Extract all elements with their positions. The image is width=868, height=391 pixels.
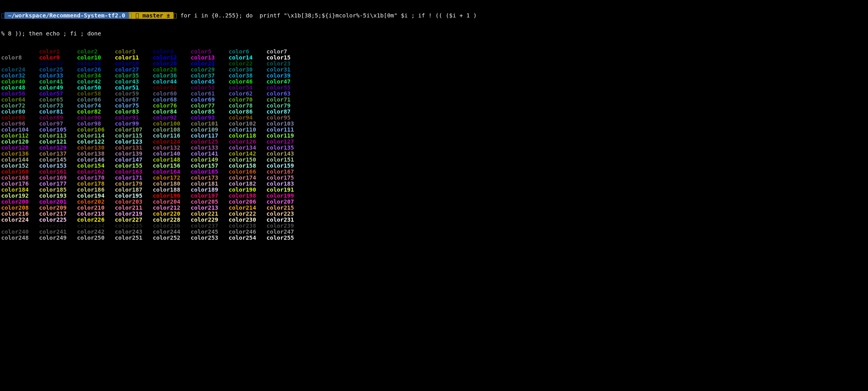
color-cell-143: color143 — [267, 151, 304, 157]
color-cell-52: color52 — [153, 85, 191, 91]
color-cell-22: color22 — [229, 61, 267, 67]
color-cell-186: color186 — [77, 187, 115, 193]
color-cell-80: color80 — [1, 109, 39, 115]
color-row: color184color185color186color187color188… — [1, 187, 867, 193]
color-cell-24: color24 — [1, 67, 39, 73]
color-cell-222: color222 — [229, 211, 267, 217]
color-row: color8color9color10color11color12color13… — [1, 55, 867, 61]
color-cell-23: color23 — [267, 61, 304, 67]
color-cell-159: color159 — [267, 163, 304, 169]
color-cell-118: color118 — [229, 133, 267, 139]
color-cell-137: color137 — [39, 151, 77, 157]
color-cell-77: color77 — [191, 103, 228, 109]
color-cell-16: color16 — [1, 61, 39, 67]
color-cell-32: color32 — [1, 73, 39, 79]
color-cell-215: color215 — [267, 205, 304, 211]
color-cell-160: color160 — [1, 169, 39, 175]
color-cell-140: color140 — [153, 151, 191, 157]
color-cell-243: color243 — [115, 229, 153, 235]
color-row: color208color209color210color211color212… — [1, 205, 867, 211]
color-cell-42: color42 — [77, 79, 115, 85]
color-cell-184: color184 — [1, 187, 39, 193]
color-cell-101: color101 — [191, 121, 228, 127]
color-cell-237: color237 — [191, 223, 228, 229]
color-cell-123: color123 — [115, 139, 153, 145]
color-cell-37: color37 — [191, 73, 228, 79]
color-cell-204: color204 — [153, 199, 191, 205]
color-cell-72: color72 — [1, 103, 39, 109]
color-cell-250: color250 — [77, 235, 115, 241]
color-cell-109: color109 — [191, 127, 228, 133]
color-row: color120color121color122color123color124… — [1, 139, 867, 145]
color-cell-174: color174 — [229, 175, 267, 181]
color-cell-225: color225 — [39, 217, 77, 223]
color-cell-169: color169 — [39, 175, 77, 181]
color-cell-57: color57 — [39, 91, 77, 97]
color-cell-39: color39 — [267, 73, 304, 79]
color-cell-99: color99 — [115, 121, 153, 127]
color-cell-104: color104 — [1, 127, 39, 133]
color-cell-8: color8 — [1, 55, 39, 61]
color-cell-176: color176 — [1, 181, 39, 187]
color-cell-245: color245 — [191, 229, 228, 235]
color-cell-218: color218 — [77, 211, 115, 217]
color-cell-132: color132 — [153, 145, 191, 151]
color-cell-155: color155 — [115, 163, 153, 169]
color-cell-95: color95 — [267, 115, 304, 121]
color-cell-194: color194 — [77, 193, 115, 199]
powerline-arrow-icon:  — [129, 12, 132, 19]
color-cell-195: color195 — [115, 193, 153, 199]
color-cell-187: color187 — [115, 187, 153, 193]
color-cell-156: color156 — [153, 163, 191, 169]
color-cell-202: color202 — [77, 199, 115, 205]
prompt-path: ~/workspace/Recommend-System-tf2.0 — [5, 12, 128, 19]
color-cell-180: color180 — [153, 181, 191, 187]
color-cell-51: color51 — [115, 85, 153, 91]
color-cell-136: color136 — [1, 151, 39, 157]
color-cell-47: color47 — [267, 79, 304, 85]
color-cell-76: color76 — [153, 103, 191, 109]
color-cell-201: color201 — [39, 199, 77, 205]
color-cell-173: color173 — [191, 175, 228, 181]
color-cell-153: color153 — [39, 163, 77, 169]
color-cell-83: color83 — [115, 109, 153, 115]
terminal-output[interactable]:  ~/workspace/Recommend-System-tf2.0  ⎇… — [0, 0, 868, 248]
color-cell-126: color126 — [229, 139, 267, 145]
color-row: color224color225color226color227color228… — [1, 217, 867, 223]
color-row: color232color233color234color235color236… — [1, 223, 867, 229]
color-cell-53: color53 — [191, 85, 228, 91]
color-cell-135: color135 — [267, 145, 304, 151]
color-cell-145: color145 — [39, 157, 77, 163]
color-cell-43: color43 — [115, 79, 153, 85]
color-cell-60: color60 — [153, 91, 191, 97]
color-cell-224: color224 — [1, 217, 39, 223]
color-cell-249: color249 — [39, 235, 77, 241]
color-cell-166: color166 — [229, 169, 267, 175]
color-cell-220: color220 — [153, 211, 191, 217]
color-cell-238: color238 — [229, 223, 267, 229]
color-cell-255: color255 — [267, 235, 304, 241]
color-row: color168color169color170color171color172… — [1, 175, 867, 181]
color-cell-64: color64 — [1, 97, 39, 103]
color-cell-90: color90 — [77, 115, 115, 121]
color-cell-209: color209 — [39, 205, 77, 211]
color-cell-146: color146 — [77, 157, 115, 163]
color-cell-26: color26 — [77, 67, 115, 73]
color-cell-59: color59 — [115, 91, 153, 97]
color-cell-165: color165 — [191, 169, 228, 175]
color-cell-67: color67 — [115, 97, 153, 103]
color-row: color16color17color18color19color20color… — [1, 61, 867, 67]
color-cell-183: color183 — [267, 181, 304, 187]
color-cell-44: color44 — [153, 79, 191, 85]
color-cell-110: color110 — [229, 127, 267, 133]
color-cell-254: color254 — [229, 235, 267, 241]
color-cell-242: color242 — [77, 229, 115, 235]
color-cell-13: color13 — [191, 55, 228, 61]
color-cell-106: color106 — [77, 127, 115, 133]
color-cell-192: color192 — [1, 193, 39, 199]
color-cell-223: color223 — [267, 211, 304, 217]
color-cell-19: color19 — [115, 61, 153, 67]
color-cell-81: color81 — [39, 109, 77, 115]
color-cell-50: color50 — [77, 85, 115, 91]
color-cell-100: color100 — [153, 121, 191, 127]
